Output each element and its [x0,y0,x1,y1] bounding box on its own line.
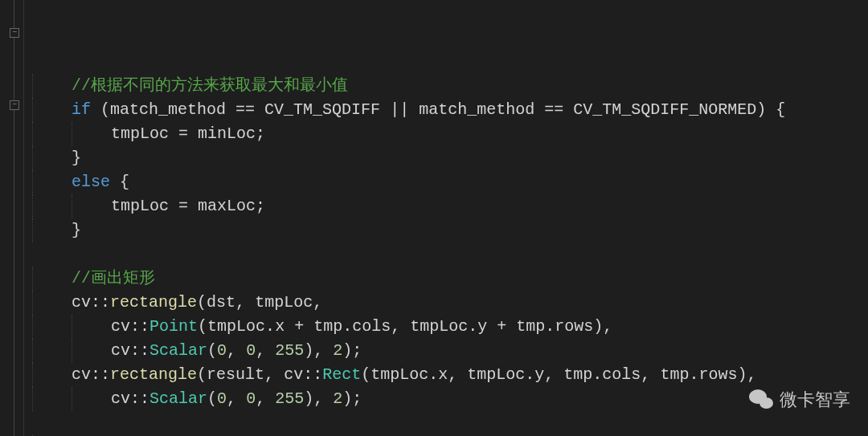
token-ident: x [275,317,285,336]
token-type: Scalar [149,389,207,408]
token-punct: , [544,365,563,384]
token-ident: cv [111,317,130,336]
code-line[interactable] [32,411,868,435]
token-num: 255 [275,389,304,408]
code-line[interactable]: //画出矩形 [32,267,868,291]
code-line[interactable]: tmpLoc = minLoc; [32,122,868,146]
token-punct: ), [304,389,333,408]
token-ident: tmpLoc [371,365,428,384]
token-punct: . [468,317,477,336]
code-line[interactable] [32,242,868,267]
token-punct: :: [130,389,149,408]
token-punct: . [545,317,555,336]
token-brace: { [120,173,129,191]
gutter-line [14,110,14,436]
token-keyword: else [72,173,110,191]
token-num: 0 [246,389,256,408]
token-punct: . [689,365,698,384]
token-punct: . [592,365,602,384]
token-ident: cv [72,293,91,312]
code-line[interactable]: } [32,146,868,170]
code-area[interactable]: //根据不同的方法来获取最大和最小值 if (match_method == C… [24,0,868,436]
code-line[interactable]: //根据不同的方法来获取最大和最小值 [32,74,868,98]
token-punct: ); [342,389,362,408]
token-type: Scalar [149,341,207,360]
token-ident: x [438,365,448,384]
token-punct: ( [207,389,217,408]
wechat-icon [749,389,773,410]
code-line[interactable]: cv::rectangle(result, cv::Rect(tmpLoc.x,… [32,363,868,387]
token-punct: , [641,365,660,384]
token-punct: :: [91,365,110,384]
fold-marker[interactable] [10,28,19,38]
token-punct: :: [303,365,322,384]
token-punct [110,173,120,191]
token-ident: tmpLoc [255,293,313,312]
token-punct: ), [593,317,612,336]
token-ident: y [477,317,487,336]
token-punct: :: [130,341,149,360]
token-ident: tmp [660,365,689,384]
token-ident: tmpLoc [410,317,468,336]
token-op: + [285,317,313,336]
token-punct: , [448,365,467,384]
code-line[interactable]: cv::Point(tmpLoc.x + tmp.cols, tmpLoc.y … [32,315,868,339]
token-punct: ( [197,365,207,384]
token-op: + [487,317,516,336]
token-num: 0 [246,341,256,360]
token-ident: tmp [563,365,592,384]
token-punct: ); [342,341,362,360]
token-ident: y [534,365,544,384]
token-punct: ( [197,293,207,312]
token-comment: //根据不同的方法来获取最大和最小值 [72,76,348,95]
token-punct: ( [361,365,371,384]
token-ident: CV_TM_SQDIFF_NORMED [573,100,756,119]
token-punct: ( [207,341,217,360]
code-line[interactable]: } [32,218,868,242]
token-type: Rect [322,365,361,384]
token-punct: ( [198,317,207,336]
token-ident: rows [698,365,737,384]
token-brace: } [72,149,81,167]
token-punct: , [391,317,410,336]
token-ident: match_method [419,100,534,119]
token-punct: . [428,365,438,384]
watermark-text: 微卡智享 [780,388,850,412]
code-line[interactable]: tmpLoc = maxLoc; [32,194,868,218]
watermark: 微卡智享 [749,388,850,412]
token-op: = [169,197,198,215]
token-ident: maxLoc [198,197,256,215]
token-punct: , [227,389,246,408]
token-ident: tmp [516,317,545,336]
code-line[interactable]: if (match_method == CV_TM_SQDIFF || matc… [32,98,868,122]
token-punct: . [342,317,352,336]
token-punct: :: [91,293,110,312]
code-line[interactable]: cv::Scalar(0, 0, 255), 2); [32,387,868,411]
code-line[interactable]: cv::rectangle(dst, tmpLoc, [32,291,868,315]
token-brace: { [776,100,785,119]
token-ident: dst [207,293,235,312]
token-ident: tmpLoc [111,197,169,215]
token-ident: cv [72,365,91,384]
token-ident: tmp [313,317,342,336]
code-line[interactable]: cv::Scalar(0, 0, 255), 2); [32,339,868,363]
token-punct: , [313,293,322,312]
token-op: == [534,100,573,119]
token-punct: :: [130,317,149,336]
token-ident: minLoc [198,124,256,143]
token-punct: , [264,365,284,384]
token-ident: cols [352,317,391,336]
token-punct: , [256,389,275,408]
token-brace: } [72,221,81,239]
token-func: rectangle [110,365,197,384]
token-ident: result [207,365,264,384]
token-ident: cols [602,365,641,384]
fold-marker[interactable] [10,100,19,110]
token-op: = [169,124,198,143]
token-ident: tmpLoc [467,365,525,384]
code-line[interactable]: else { [32,170,868,194]
token-punct: . [265,317,275,336]
code-editor: //根据不同的方法来获取最大和最小值 if (match_method == C… [0,0,868,436]
token-punct: ), [737,365,756,384]
token-punct: , [227,341,246,360]
